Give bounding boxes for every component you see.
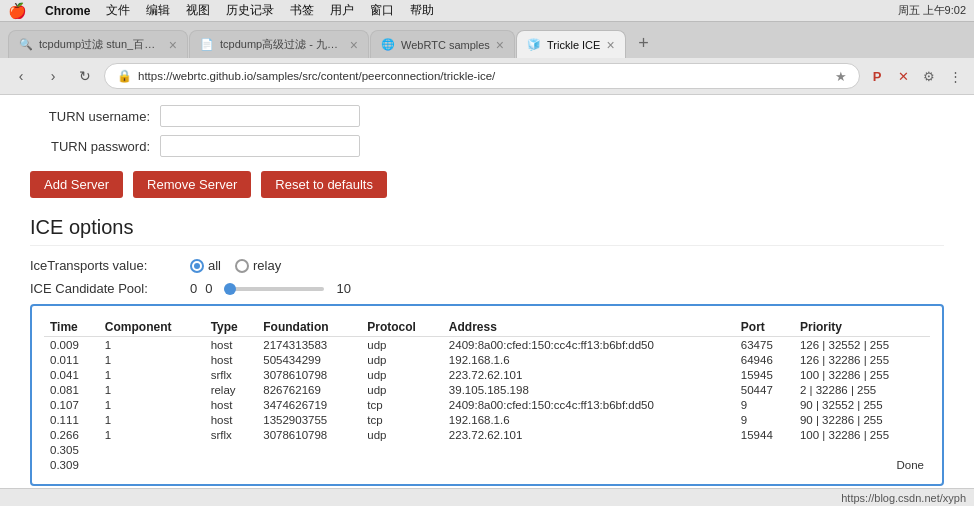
row-type: relay	[205, 382, 258, 397]
apple-menu[interactable]: 🍎	[8, 2, 27, 20]
row-type: host	[205, 352, 258, 367]
tab-4-title: Trickle ICE	[547, 39, 600, 51]
row-component: 1	[99, 427, 205, 442]
url-text: https://webrtc.github.io/samples/src/con…	[138, 70, 829, 82]
tab-1-close[interactable]: ×	[169, 38, 177, 52]
table-row: 0.081 1 relay 826762169 udp 39.105.185.1…	[44, 382, 930, 397]
tab-3-favicon: 🌐	[381, 38, 395, 52]
remove-server-button[interactable]: Remove Server	[133, 171, 251, 198]
status-url: https://blog.csdn.net/xyph	[841, 492, 966, 504]
address-bar-right: P ✕ ⚙ ⋮	[866, 65, 966, 87]
app-name[interactable]: Chrome	[45, 4, 90, 18]
row-address: 223.72.62.101	[443, 427, 735, 442]
tab-4-close[interactable]: ×	[606, 38, 614, 52]
table-row: 0.266 1 srflx 3078610798 udp 223.72.62.1…	[44, 427, 930, 442]
menu-edit[interactable]: 编辑	[146, 2, 170, 19]
row-protocol: udp	[361, 427, 443, 442]
pool-slider[interactable]	[224, 287, 324, 291]
table-row: 0.107 1 host 3474626719 tcp 2409:8a00:cf…	[44, 397, 930, 412]
menu-history[interactable]: 历史记录	[226, 2, 274, 19]
row-address: 192.168.1.6	[443, 412, 735, 427]
col-foundation: Foundation	[257, 318, 361, 337]
col-port: Port	[735, 318, 794, 337]
tab-3[interactable]: 🌐 WebRTC samples ×	[370, 30, 515, 58]
radio-relay[interactable]: relay	[235, 258, 281, 273]
add-server-button[interactable]: Add Server	[30, 171, 123, 198]
clock: 周五 上午9:02	[898, 3, 966, 18]
row-component: 1	[99, 337, 205, 353]
row-time: 0.081	[44, 382, 99, 397]
row-address: 2409:8a00:cfed:150:cc4c:ff13:b6bf:dd50	[443, 397, 735, 412]
table-row: 0.309 Done	[44, 457, 930, 472]
radio-all[interactable]: all	[190, 258, 221, 273]
row-time: 0.266	[44, 427, 99, 442]
turn-username-input[interactable]	[160, 105, 360, 127]
turn-username-row: TURN username:	[30, 105, 944, 127]
menu-dots-button[interactable]: ⋮	[944, 65, 966, 87]
extensions-button[interactable]: ⚙	[918, 65, 940, 87]
row-priority: 100 | 32286 | 255	[794, 427, 930, 442]
col-time: Time	[44, 318, 99, 337]
row-address: 2409:8a00:cfed:150:cc4c:ff13:b6bf:dd50	[443, 337, 735, 353]
row-port: 15945	[735, 367, 794, 382]
pool-slider-thumb	[224, 283, 236, 295]
row-component: 1	[99, 352, 205, 367]
new-tab-button[interactable]: +	[631, 30, 657, 56]
action-buttons: Add Server Remove Server Reset to defaul…	[30, 171, 944, 198]
row-component: 1	[99, 412, 205, 427]
row-priority: 100 | 32286 | 255	[794, 367, 930, 382]
forward-button[interactable]: ›	[40, 63, 66, 89]
row-component: 1	[99, 382, 205, 397]
close-red-button[interactable]: ✕	[892, 65, 914, 87]
status-bar: https://blog.csdn.net/xyph	[0, 488, 974, 506]
col-component: Component	[99, 318, 205, 337]
row-foundation: 3078610798	[257, 427, 361, 442]
col-priority: Priority	[794, 318, 930, 337]
menu-bookmarks[interactable]: 书签	[290, 2, 314, 19]
bookmark-star[interactable]: ★	[835, 69, 847, 84]
row-foundation: 3474626719	[257, 397, 361, 412]
pool-value2: 0	[205, 281, 212, 296]
pool-max: 10	[336, 281, 350, 296]
row-time: 0.107	[44, 397, 99, 412]
row-foundation: 505434299	[257, 352, 361, 367]
tab-4[interactable]: 🧊 Trickle ICE ×	[516, 30, 626, 58]
profile-button[interactable]: P	[866, 65, 888, 87]
row-time: 0.041	[44, 367, 99, 382]
row-protocol: udp	[361, 367, 443, 382]
row-port: 9	[735, 397, 794, 412]
table-row: 0.305	[44, 442, 930, 457]
pool-label: ICE Candidate Pool:	[30, 281, 190, 296]
address-input[interactable]: 🔒 https://webrtc.github.io/samples/src/c…	[104, 63, 860, 89]
turn-password-input[interactable]	[160, 135, 360, 157]
menu-user[interactable]: 用户	[330, 2, 354, 19]
reset-defaults-button[interactable]: Reset to defaults	[261, 171, 387, 198]
menu-help[interactable]: 帮助	[410, 2, 434, 19]
tab-1[interactable]: 🔍 tcpdump过滤 stun_百度搜索 ×	[8, 30, 188, 58]
row-time: 0.309	[44, 457, 99, 472]
col-address: Address	[443, 318, 735, 337]
tab-1-favicon: 🔍	[19, 38, 33, 52]
table-row: 0.111 1 host 1352903755 tcp 192.168.1.6 …	[44, 412, 930, 427]
tab-2-close[interactable]: ×	[350, 38, 358, 52]
tab-2[interactable]: 📄 tcpdump高级过滤 - 九桥 - 博客... ×	[189, 30, 369, 58]
menu-view[interactable]: 视图	[186, 2, 210, 19]
tab-2-favicon: 📄	[200, 38, 214, 52]
refresh-button[interactable]: ↻	[72, 63, 98, 89]
radio-relay-label: relay	[253, 258, 281, 273]
turn-password-row: TURN password:	[30, 135, 944, 157]
row-port: 50447	[735, 382, 794, 397]
turn-password-label: TURN password:	[30, 139, 160, 154]
radio-all-dot	[190, 259, 204, 273]
row-component: 1	[99, 367, 205, 382]
row-priority: 126 | 32286 | 255	[794, 352, 930, 367]
row-port: 15944	[735, 427, 794, 442]
menu-bar-right: 周五 上午9:02	[898, 3, 966, 18]
table-row: 0.009 1 host 2174313583 udp 2409:8a00:cf…	[44, 337, 930, 353]
menu-file[interactable]: 文件	[106, 2, 130, 19]
pool-row: ICE Candidate Pool: 0 0 10	[30, 281, 944, 296]
row-protocol: tcp	[361, 397, 443, 412]
menu-window[interactable]: 窗口	[370, 2, 394, 19]
back-button[interactable]: ‹	[8, 63, 34, 89]
tab-3-close[interactable]: ×	[496, 38, 504, 52]
